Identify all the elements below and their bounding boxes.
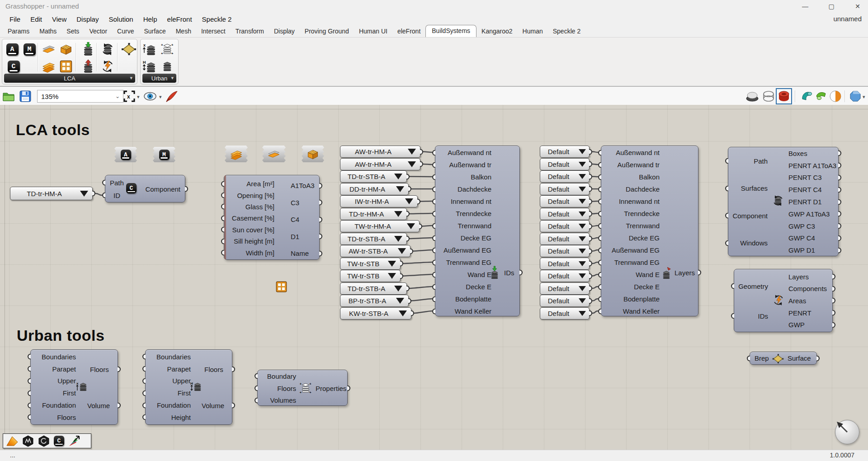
material-value-list[interactable]: BP-tr-STB-A bbox=[340, 295, 409, 307]
input-grip[interactable] bbox=[725, 213, 728, 219]
input-grip[interactable] bbox=[432, 247, 435, 253]
output-grip[interactable] bbox=[589, 161, 592, 167]
material-value-list[interactable]: AW-tr-HM-A bbox=[340, 158, 420, 170]
input-grip[interactable] bbox=[432, 223, 435, 229]
dropdown-triangle-icon[interactable] bbox=[579, 236, 586, 241]
input-grip[interactable] bbox=[102, 180, 105, 186]
urban-extrude-height-button[interactable]: H bbox=[142, 59, 157, 74]
dropdown-triangle-icon[interactable] bbox=[579, 273, 586, 278]
dropdown-triangle-icon[interactable] bbox=[408, 161, 416, 167]
material-value-list[interactable]: TW-tr-STB bbox=[340, 270, 401, 282]
display-sphere-tool-button[interactable] bbox=[828, 89, 843, 103]
dropdown-triangle-icon[interactable] bbox=[407, 223, 415, 229]
input-grip[interactable] bbox=[102, 193, 105, 198]
display-green-tool-button[interactable] bbox=[814, 89, 828, 103]
output-grip[interactable] bbox=[816, 356, 820, 362]
input-grip[interactable] bbox=[598, 296, 601, 302]
input-grip[interactable] bbox=[432, 198, 435, 204]
output-grip[interactable] bbox=[185, 186, 188, 192]
category-tab[interactable]: Mesh bbox=[171, 26, 196, 37]
component-geometry-results[interactable]: Geometry IDs Layers Components Areas PEN… bbox=[734, 269, 833, 332]
dropdown-triangle-icon[interactable] bbox=[579, 174, 586, 179]
material-value-list[interactable]: AW-tr-STB-A bbox=[340, 245, 410, 257]
dropdown-triangle-icon[interactable] bbox=[579, 261, 586, 266]
lca-insert-button[interactable] bbox=[80, 42, 96, 57]
output-grip[interactable] bbox=[319, 200, 322, 206]
default-value-list[interactable]: Default bbox=[540, 183, 590, 195]
dropdown-triangle-icon[interactable] bbox=[405, 198, 413, 204]
output-grip[interactable] bbox=[347, 386, 350, 391]
default-value-list[interactable]: Default bbox=[540, 307, 590, 320]
menu-item[interactable]: View bbox=[47, 14, 71, 25]
output-grip[interactable] bbox=[589, 298, 592, 304]
input-grip[interactable] bbox=[142, 378, 146, 384]
input-grip[interactable] bbox=[432, 162, 435, 168]
input-grip[interactable] bbox=[432, 235, 435, 241]
display-wireframe-button[interactable] bbox=[761, 89, 776, 103]
input-grip[interactable] bbox=[28, 354, 31, 360]
hexagon-swirl-icon[interactable] bbox=[38, 435, 50, 447]
output-grip[interactable] bbox=[419, 223, 422, 229]
material-value-list[interactable]: DD-tr-HM-A bbox=[340, 183, 409, 195]
output-grip[interactable] bbox=[589, 248, 592, 254]
output-grip[interactable] bbox=[408, 186, 411, 192]
output-grip[interactable] bbox=[411, 310, 414, 316]
display-occlusion-button[interactable] bbox=[745, 89, 760, 103]
output-grip[interactable] bbox=[838, 151, 841, 156]
component-urban-properties[interactable]: Boundary Floors Volumes Properties bbox=[257, 370, 348, 406]
dropdown-triangle-icon[interactable] bbox=[579, 149, 586, 154]
menu-item[interactable]: Display bbox=[71, 14, 104, 25]
lca-results-button[interactable] bbox=[100, 42, 115, 57]
dropdown-triangle-icon[interactable] bbox=[579, 249, 586, 254]
cluster-slabs[interactable] bbox=[225, 146, 248, 162]
input-grip[interactable] bbox=[28, 366, 31, 372]
lca-archive-component-button[interactable]: A bbox=[5, 42, 20, 57]
colorful-dart-icon[interactable] bbox=[68, 435, 81, 447]
input-grip[interactable] bbox=[28, 390, 31, 396]
output-grip[interactable] bbox=[838, 247, 841, 253]
dropdown-triangle-icon[interactable] bbox=[579, 187, 586, 192]
sketch-tool-button[interactable] bbox=[165, 89, 179, 103]
default-value-list[interactable]: Default bbox=[540, 245, 590, 257]
default-value-list[interactable]: Default bbox=[540, 233, 590, 245]
input-grip[interactable] bbox=[432, 308, 435, 314]
open-file-button[interactable] bbox=[1, 89, 16, 103]
category-tab[interactable]: Display bbox=[269, 26, 300, 37]
default-value-list[interactable]: Default bbox=[540, 170, 590, 183]
dropdown-triangle-icon[interactable] bbox=[388, 273, 396, 279]
menu-item[interactable]: Solution bbox=[104, 14, 138, 25]
input-grip[interactable] bbox=[598, 162, 601, 168]
output-grip[interactable] bbox=[832, 286, 835, 292]
output-grip[interactable] bbox=[406, 211, 410, 217]
dropdown-triangle-icon[interactable] bbox=[579, 162, 586, 167]
input-grip[interactable] bbox=[255, 386, 258, 391]
default-value-list[interactable]: Default bbox=[540, 220, 590, 232]
input-grip[interactable] bbox=[221, 215, 224, 221]
output-grip[interactable] bbox=[519, 270, 523, 276]
output-grip[interactable] bbox=[406, 236, 410, 242]
output-grip[interactable] bbox=[118, 367, 121, 372]
input-grip[interactable] bbox=[221, 181, 224, 187]
output-grip[interactable] bbox=[589, 211, 592, 217]
output-grip[interactable] bbox=[589, 310, 592, 316]
menu-item[interactable]: Edit bbox=[25, 14, 47, 25]
category-tab[interactable]: Curve bbox=[112, 26, 139, 37]
component-urban-extrude-height[interactable]: Boundaries Parapet Upper First Foundatio… bbox=[145, 349, 232, 425]
input-grip[interactable] bbox=[432, 150, 435, 155]
input-grip[interactable] bbox=[142, 354, 146, 360]
output-grip[interactable] bbox=[406, 286, 410, 292]
component-window[interactable]: Area [m²] Opening [%] Glass [%] Casement… bbox=[224, 175, 320, 260]
maximize-button[interactable]: ▢ bbox=[825, 3, 838, 10]
menu-item[interactable]: Speckle 2 bbox=[197, 14, 237, 25]
output-grip[interactable] bbox=[589, 174, 592, 179]
display-mode-caret-icon[interactable]: ▾ bbox=[863, 94, 865, 100]
menu-item[interactable]: File bbox=[5, 14, 25, 25]
output-grip[interactable] bbox=[589, 236, 592, 242]
lca-surface-button[interactable] bbox=[121, 42, 137, 57]
category-tab[interactable]: eleFront bbox=[392, 26, 425, 37]
material-value-list[interactable]: TD-tr-STB-A bbox=[340, 282, 407, 295]
urban-stack-button[interactable] bbox=[160, 59, 175, 74]
output-grip[interactable] bbox=[406, 174, 410, 179]
default-value-list[interactable]: Default bbox=[540, 158, 590, 170]
input-grip[interactable] bbox=[432, 296, 435, 302]
